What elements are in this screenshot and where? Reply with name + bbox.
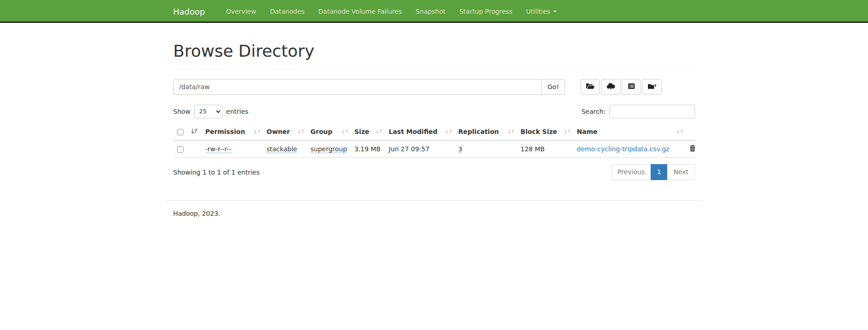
- entries-info: Showing 1 to 1 of 1 entries: [173, 165, 260, 176]
- col-header-block-size[interactable]: Block Size ↓↑: [517, 124, 573, 140]
- file-table: Permission ↓↑ Owner ↓↑ Group ↓↑ Size ↓↑ …: [173, 124, 695, 158]
- select-all-checkbox[interactable]: [177, 129, 183, 135]
- pagination-previous[interactable]: Previous: [611, 164, 651, 181]
- table-controls: Show 25 entries Search:: [173, 105, 695, 118]
- nav-item-snapshot[interactable]: Snapshot: [409, 0, 452, 23]
- replication-cell: 3: [455, 140, 517, 158]
- cut-paste-button[interactable]: [642, 79, 662, 95]
- row-select-checkbox[interactable]: [177, 146, 183, 153]
- page-title: Browse Directory: [173, 42, 695, 60]
- pagination-next[interactable]: Next: [667, 164, 695, 181]
- sort-arrows-icon[interactable]: ↓↑: [297, 128, 304, 135]
- col-header-owner[interactable]: Owner ↓↑: [263, 124, 307, 140]
- col-header-last-modified[interactable]: Last Modified ↓↑: [385, 124, 455, 140]
- pagination: Previous 1 Next: [611, 164, 695, 181]
- pagination-page-1[interactable]: 1: [651, 164, 668, 181]
- nav-item-overview[interactable]: Overview: [219, 0, 263, 23]
- table-header-row: Permission ↓↑ Owner ↓↑ Group ↓↑ Size ↓↑ …: [173, 124, 695, 140]
- caret-down-icon: [553, 11, 557, 12]
- sort-arrows-icon[interactable]: ↓↑: [375, 128, 382, 135]
- group-cell: supergroup: [307, 140, 351, 158]
- name-cell: demo-cycling-tripdata.csv.gz: [573, 140, 686, 158]
- nav-item-datanode-volume-failures[interactable]: Datanode Volume Failures: [312, 0, 409, 23]
- entries-label: entries: [226, 108, 248, 115]
- page-size-select[interactable]: 25: [194, 105, 222, 118]
- select-all-header[interactable]: [173, 124, 202, 140]
- col-header-actions: [686, 124, 695, 140]
- col-header-replication[interactable]: Replication ↓↑: [455, 124, 517, 140]
- group-value[interactable]: supergroup: [311, 145, 347, 153]
- table-footer: Showing 1 to 1 of 1 entries Previous 1 N…: [173, 160, 695, 181]
- block-size-cell: 128 MB: [517, 140, 573, 158]
- create-directory-button[interactable]: [581, 79, 600, 95]
- owner-value[interactable]: stackable: [267, 145, 297, 153]
- directory-toolbar: [581, 79, 663, 95]
- nav-item-datanodes[interactable]: Datanodes: [263, 0, 312, 23]
- set-quota-button[interactable]: [622, 79, 641, 95]
- col-header-name[interactable]: Name ↓↑: [573, 124, 686, 140]
- nav-item-utilities-dropdown[interactable]: Utilities: [519, 0, 564, 23]
- table-row: -rw-r--r-- stackable supergroup 3.19 MB …: [173, 140, 695, 158]
- nav-item-startup-progress[interactable]: Startup Progress: [453, 0, 519, 23]
- owner-cell: stackable: [263, 140, 307, 158]
- search-input[interactable]: [609, 105, 695, 118]
- sort-arrows-icon[interactable]: ↓↑: [340, 128, 348, 135]
- show-label: Show: [173, 108, 191, 115]
- sort-arrows-icon[interactable]: ↓↑: [253, 128, 260, 135]
- sort-arrows-icon[interactable]: ↓↑: [444, 128, 452, 135]
- navbar-brand[interactable]: Hadoop: [167, 0, 212, 23]
- footer-divider: [167, 200, 702, 201]
- search-label: Search:: [582, 108, 606, 115]
- delete-file-button[interactable]: [690, 145, 695, 153]
- title-divider: [173, 69, 695, 69]
- trash-icon: [690, 146, 695, 153]
- permission-value[interactable]: -rw-r--r--: [205, 145, 232, 153]
- col-header-group[interactable]: Group ↓↑: [307, 124, 351, 140]
- folder-open-icon: [586, 83, 595, 91]
- top-navbar: Hadoop Overview Datanodes Datanode Volum…: [0, 0, 868, 23]
- last-modified-cell: Jun 27 09:57: [385, 140, 455, 158]
- size-cell: 3.19 MB: [351, 140, 385, 158]
- replication-value[interactable]: 3: [458, 145, 463, 153]
- folder-move-icon: [647, 83, 657, 91]
- sort-arrows-icon[interactable]: ↓↑: [675, 128, 683, 135]
- permission-cell: -rw-r--r--: [202, 140, 263, 158]
- row-select-cell: [173, 140, 202, 158]
- list-alt-icon: [628, 83, 635, 91]
- col-header-size[interactable]: Size ↓↑: [351, 124, 385, 140]
- directory-path-input[interactable]: [173, 79, 542, 95]
- sort-arrows-icon[interactable]: ↓↑: [507, 128, 514, 135]
- col-header-permission[interactable]: Permission ↓↑: [202, 124, 263, 140]
- navbar-menu: Overview Datanodes Datanode Volume Failu…: [219, 0, 564, 23]
- upload-files-button[interactable]: [601, 79, 620, 95]
- path-form: Go!: [173, 79, 695, 95]
- file-name-link[interactable]: demo-cycling-tripdata.csv.gz: [577, 145, 669, 153]
- sort-arrows-icon[interactable]: ↓↑: [563, 128, 570, 135]
- actions-cell: [686, 140, 695, 158]
- sort-by-attributes-icon[interactable]: [191, 128, 198, 136]
- go-button[interactable]: Go!: [542, 79, 565, 95]
- cloud-upload-icon: [606, 83, 615, 91]
- site-footer-text: Hadoop, 2023.: [173, 210, 695, 217]
